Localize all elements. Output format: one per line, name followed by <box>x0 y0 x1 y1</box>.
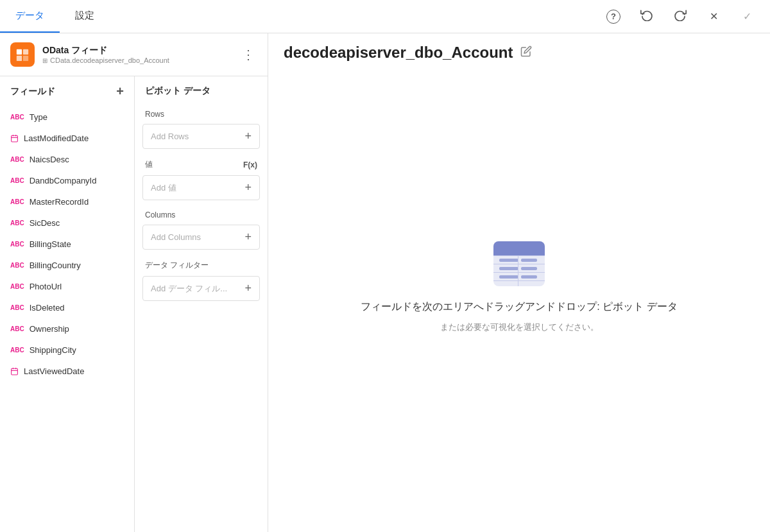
field-type-icon: ABC <box>10 114 24 121</box>
list-item[interactable]: ABC NaicsDesc <box>0 149 134 170</box>
field-name: LastModifiedDate <box>24 133 89 143</box>
pivot-filters-label: データ フィルター <box>135 256 268 273</box>
datasource-menu-button[interactable]: ⋮ <box>239 44 257 65</box>
list-item[interactable]: LastModifiedDate <box>0 128 134 149</box>
pivot-rows-label: Rows <box>135 106 268 121</box>
svg-rect-8 <box>12 368 18 375</box>
add-filters-button[interactable]: Add データ フィル... + <box>142 276 260 301</box>
list-item[interactable]: LastViewedDate <box>0 361 134 382</box>
fields-list: ABC Type LastModifiedDate <box>0 107 134 532</box>
svg-rect-2 <box>17 56 22 61</box>
field-type-icon: ABC <box>10 262 24 269</box>
close-icon: ✕ <box>710 10 718 22</box>
svg-rect-14 <box>493 250 545 255</box>
field-name: BillingCountry <box>30 261 81 270</box>
svg-rect-22 <box>521 267 537 270</box>
list-item[interactable]: ABC SicDesc <box>0 212 134 234</box>
add-columns-icon: + <box>244 230 252 244</box>
svg-rect-15 <box>493 255 545 256</box>
add-field-button[interactable]: + <box>116 84 124 99</box>
add-values-button[interactable]: Add 値 + <box>142 175 260 200</box>
field-name: SicDesc <box>30 218 60 228</box>
top-nav: データ 設定 ? ✕ ✓ <box>0 0 770 33</box>
left-columns: フィールド + ABC Type <box>0 76 268 532</box>
close-button[interactable]: ✕ <box>703 6 724 27</box>
field-name: Ownership <box>30 324 69 334</box>
tab-settings[interactable]: 設定 <box>60 0 110 33</box>
svg-rect-3 <box>23 56 28 61</box>
field-name: DandbCompanyId <box>30 176 97 185</box>
add-rows-button[interactable]: Add Rows + <box>142 124 260 149</box>
svg-rect-1 <box>23 49 28 55</box>
add-rows-placeholder: Add Rows <box>151 132 189 141</box>
empty-state-sub-text: または必要な可視化を選択してください。 <box>440 322 599 333</box>
add-values-icon: + <box>244 181 252 194</box>
svg-rect-24 <box>521 275 537 279</box>
field-type-icon: ABC <box>10 156 24 163</box>
nav-tabs: データ 設定 <box>0 0 110 33</box>
datasource-sub: ⊞ CData.decodeapiserver_dbo_Account <box>42 56 232 64</box>
nav-actions: ? ✕ ✓ <box>603 6 770 27</box>
list-item[interactable]: ABC DandbCompanyId <box>0 170 134 191</box>
report-title: decodeapiserver_dbo_Account <box>284 44 513 62</box>
field-name: ShippingCity <box>30 345 76 355</box>
left-panel: OData フィード ⊞ CData.decodeapiserver_dbo_A… <box>0 33 268 532</box>
redo-icon <box>674 8 687 24</box>
undo-icon <box>640 8 653 24</box>
svg-rect-19 <box>499 259 518 262</box>
list-item[interactable]: ABC Type <box>0 107 134 128</box>
pivot-fx-label: F(x) <box>243 160 257 169</box>
fields-header: フィールド + <box>0 76 134 107</box>
datasource-icon <box>10 42 35 67</box>
list-item[interactable]: ABC IsDeleted <box>0 297 134 318</box>
check-icon: ✓ <box>743 10 751 22</box>
add-rows-icon: + <box>244 130 252 143</box>
main-layout: OData フィード ⊞ CData.decodeapiserver_dbo_A… <box>0 33 770 532</box>
fields-column: フィールド + ABC Type <box>0 76 135 532</box>
help-icon: ? <box>606 10 620 24</box>
datasource-header: OData フィード ⊞ CData.decodeapiserver_dbo_A… <box>0 33 268 76</box>
field-name: PhotoUrl <box>30 282 62 291</box>
field-type-icon: ABC <box>10 304 24 311</box>
empty-state-icon <box>490 235 548 293</box>
pivot-column: ピボット データ Rows Add Rows + 値 F(x) Add 値 + <box>135 76 268 532</box>
field-name: NaicsDesc <box>30 155 69 164</box>
fields-label: フィールド <box>10 86 55 98</box>
add-columns-button[interactable]: Add Columns + <box>142 225 260 250</box>
field-name: IsDeleted <box>30 303 65 313</box>
field-type-icon: ABC <box>10 241 24 248</box>
list-item[interactable]: ABC Ownership <box>0 318 134 339</box>
table-icon: ⊞ <box>42 57 47 64</box>
datasource-info: OData フィード ⊞ CData.decodeapiserver_dbo_A… <box>42 45 232 64</box>
right-content: フィールドを次のエリアへドラッグアンドドロップ: ピボット データ または必要な… <box>268 62 770 532</box>
tab-data[interactable]: データ <box>0 0 60 33</box>
field-name: Type <box>30 112 47 122</box>
undo-button[interactable] <box>637 6 657 27</box>
add-values-placeholder: Add 値 <box>151 182 176 194</box>
pivot-header: ピボット データ <box>135 76 268 106</box>
list-item[interactable]: ABC MasterRecordId <box>0 191 134 212</box>
list-item[interactable]: ABC ShippingCity <box>0 339 134 361</box>
list-item[interactable]: ABC BillingState <box>0 234 134 255</box>
svg-rect-25 <box>518 255 518 286</box>
svg-rect-17 <box>493 272 545 273</box>
list-item[interactable]: ABC BillingCountry <box>0 255 134 276</box>
add-filters-placeholder: Add データ フィル... <box>151 283 227 295</box>
empty-state: フィールドを次のエリアへドラッグアンドドロップ: ピボット データ または必要な… <box>361 235 677 333</box>
confirm-button[interactable]: ✓ <box>737 6 757 27</box>
redo-button[interactable] <box>670 6 690 27</box>
report-title-row: decodeapiserver_dbo_Account <box>268 33 547 62</box>
right-panel: decodeapiserver_dbo_Account <box>268 33 770 532</box>
svg-rect-4 <box>12 135 18 142</box>
field-type-icon: ABC <box>10 177 24 184</box>
field-type-icon: ABC <box>10 198 24 205</box>
list-item[interactable]: ABC PhotoUrl <box>0 276 134 297</box>
svg-rect-0 <box>17 49 22 55</box>
edit-title-button[interactable] <box>520 46 532 60</box>
pivot-values-label: 値 <box>145 159 153 170</box>
field-type-icon: ABC <box>10 347 24 354</box>
add-filters-icon: + <box>244 282 252 295</box>
help-button[interactable]: ? <box>603 6 624 27</box>
add-columns-placeholder: Add Columns <box>151 232 201 242</box>
pivot-values-header: 値 F(x) <box>135 155 268 173</box>
